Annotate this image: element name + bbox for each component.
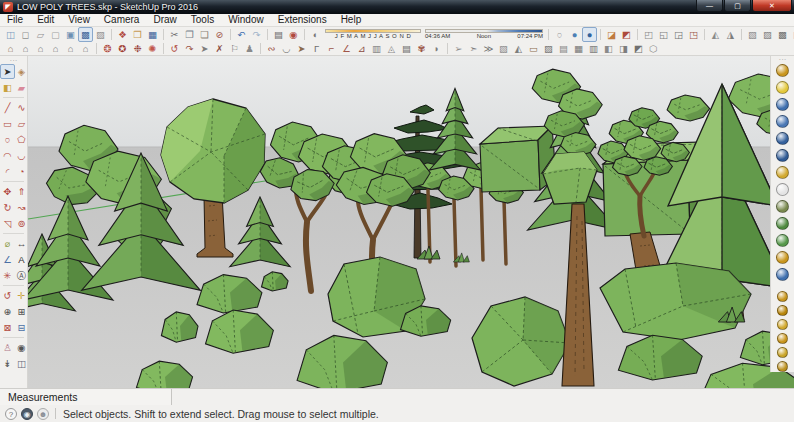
model-info-icon[interactable]: ◉: [286, 27, 301, 42]
shaded-style-icon[interactable]: ▣: [63, 27, 78, 42]
walk-tool-icon[interactable]: ↡: [0, 356, 15, 371]
cut-icon[interactable]: ✂: [167, 27, 182, 42]
plugin-tool-1-icon[interactable]: ∾: [264, 41, 279, 56]
Tools[interactable]: Tools: [184, 14, 221, 26]
component-attributes-icon[interactable]: ➤: [197, 41, 212, 56]
view-top-icon[interactable]: ⌂: [18, 41, 33, 56]
help-status-icon[interactable]: ?: [5, 408, 17, 420]
erase-icon[interactable]: ⊘: [212, 27, 227, 42]
zoom-tool-icon[interactable]: ⊕: [0, 304, 15, 319]
view-cube-1-icon[interactable]: ▧: [745, 27, 760, 42]
sandbox-tool-7-icon[interactable]: ▨: [541, 41, 556, 56]
shadow-tool-c-icon[interactable]: ◲: [671, 27, 686, 42]
plugin-tool-12-icon[interactable]: ◗: [429, 41, 444, 56]
polygon-tool-icon[interactable]: ⬠: [14, 132, 29, 147]
view-left-icon[interactable]: ⌂: [78, 41, 93, 56]
Edit[interactable]: Edit: [30, 14, 61, 26]
shadow-time-slider[interactable]: 04:36 AM Noon 07:24 PM: [425, 28, 543, 41]
sandbox-tool-9-icon[interactable]: ▦: [571, 41, 586, 56]
select-tool-icon[interactable]: ➤: [0, 64, 15, 79]
plugin-tool-5-icon[interactable]: ⌐: [324, 41, 339, 56]
geolocation-status-icon[interactable]: ◉: [21, 408, 33, 420]
wireframe-style-icon[interactable]: ▱: [33, 27, 48, 42]
push-pull-tool-icon[interactable]: ⇑: [14, 184, 29, 199]
share-model-icon[interactable]: ✪: [115, 41, 130, 56]
protractor-tool-icon[interactable]: ∠: [0, 252, 15, 267]
shadows-toggle-icon[interactable]: ◐: [308, 27, 323, 42]
axes-tool-icon[interactable]: ✳: [0, 268, 15, 283]
sandbox-tool-3-icon[interactable]: ≫: [481, 41, 496, 56]
plugin-ball-4-icon[interactable]: [776, 115, 789, 128]
measurements-box[interactable]: Measurements: [0, 389, 172, 405]
make-component-icon[interactable]: ◈: [14, 64, 29, 79]
view-cube-4-icon[interactable]: ▦: [790, 27, 794, 42]
signin-status-icon[interactable]: ☻: [37, 408, 49, 420]
orbit-tool-icon[interactable]: ↺: [0, 288, 15, 303]
plugin-ball-8-icon[interactable]: [776, 183, 789, 196]
plugin-tool-9-icon[interactable]: ◬: [384, 41, 399, 56]
shadow-month-slider[interactable]: J F M A M J J A S O N D: [325, 28, 421, 41]
plugin-ball-3-icon[interactable]: [776, 98, 789, 111]
monochrome-style-icon[interactable]: ▨: [93, 27, 108, 42]
rock-large-b[interactable]: [600, 263, 751, 340]
get-models-icon[interactable]: ❂: [100, 41, 115, 56]
plugin-ball-1-icon[interactable]: [776, 64, 789, 77]
pie-tool-icon[interactable]: ◔: [14, 164, 29, 179]
view-right-icon[interactable]: ⌂: [48, 41, 63, 56]
hidden-line-style-icon[interactable]: ▢: [48, 27, 63, 42]
dimension-tool-icon[interactable]: ↔: [14, 236, 29, 251]
plugin-tool-8-icon[interactable]: ▥: [369, 41, 384, 56]
save-file-icon[interactable]: ▦: [145, 27, 160, 42]
plugin-mini-3-icon[interactable]: [777, 319, 788, 330]
maximize-button[interactable]: ▢: [724, 0, 751, 12]
shadow-tool-a-icon[interactable]: ◰: [641, 27, 656, 42]
paint-bucket-icon[interactable]: ◧: [0, 80, 15, 95]
shaded-textures-style-icon[interactable]: ▩: [78, 27, 93, 42]
plugin-ball-6-icon[interactable]: [776, 149, 789, 162]
print-icon[interactable]: ▤: [271, 27, 286, 42]
plugin-mini-1-icon[interactable]: [777, 291, 788, 302]
follow-me-tool-icon[interactable]: ↝: [14, 200, 29, 215]
sandbox-tool-11-icon[interactable]: ◧: [601, 41, 616, 56]
sandbox-tool-13-icon[interactable]: ◩: [631, 41, 646, 56]
sandbox-tool-12-icon[interactable]: ◨: [616, 41, 631, 56]
plugin-pawn-icon[interactable]: ♟: [242, 41, 257, 56]
Help[interactable]: Help: [334, 14, 369, 26]
plugin-tool-4-icon[interactable]: Γ: [309, 41, 324, 56]
shadow-tool-b-icon[interactable]: ◱: [656, 27, 671, 42]
minimize-button[interactable]: —: [696, 0, 723, 12]
undo-icon[interactable]: ↶: [234, 27, 249, 42]
plugin-tool-3-icon[interactable]: ➤: [294, 41, 309, 56]
plugin-tool-11-icon[interactable]: ✾: [414, 41, 429, 56]
move-tool-icon[interactable]: ✥: [0, 184, 15, 199]
plugin-ball-12-icon[interactable]: [776, 251, 789, 264]
plugin-mini-5-icon[interactable]: [777, 347, 788, 358]
circle-tool-icon[interactable]: ○: [0, 132, 15, 147]
sandbox-tool-14-icon[interactable]: ⬡: [646, 41, 661, 56]
scale-tool-icon[interactable]: ◹: [0, 216, 15, 231]
eraser-icon[interactable]: ▰: [14, 80, 29, 95]
share-component-icon[interactable]: ❉: [130, 41, 145, 56]
sandbox-tool-2-icon[interactable]: ➣: [466, 41, 481, 56]
sandbox-tool-1-icon[interactable]: ➢: [451, 41, 466, 56]
zoom-previous-tool-icon[interactable]: ⊟: [14, 320, 29, 335]
Extensions[interactable]: Extensions: [271, 14, 334, 26]
freehand-tool-icon[interactable]: ∿: [14, 100, 29, 115]
Camera[interactable]: Camera: [97, 14, 147, 26]
text-tool-icon[interactable]: A: [14, 252, 29, 267]
rotated-rectangle-tool-icon[interactable]: ▱: [14, 116, 29, 131]
shadow-tool-d-icon[interactable]: ◳: [686, 27, 701, 42]
plugin-tool-10-icon[interactable]: ▤: [399, 41, 414, 56]
plugin-flag-icon[interactable]: ⚐: [227, 41, 242, 56]
Draw[interactable]: Draw: [146, 14, 183, 26]
section-plane-tool-icon[interactable]: ◫: [14, 356, 29, 371]
three-d-text-tool-icon[interactable]: Ⓐ: [14, 268, 29, 283]
plugin-ball-13-icon[interactable]: [776, 268, 789, 281]
rotate-tool-icon[interactable]: ↻: [0, 200, 15, 215]
redo-icon[interactable]: ↷: [249, 27, 264, 42]
open-file-icon[interactable]: ❒: [130, 27, 145, 42]
copy-icon[interactable]: ❐: [182, 27, 197, 42]
view-back-icon[interactable]: ⌂: [63, 41, 78, 56]
plugin-tool-2-icon[interactable]: ◡: [279, 41, 294, 56]
close-button[interactable]: ✕: [752, 0, 792, 12]
